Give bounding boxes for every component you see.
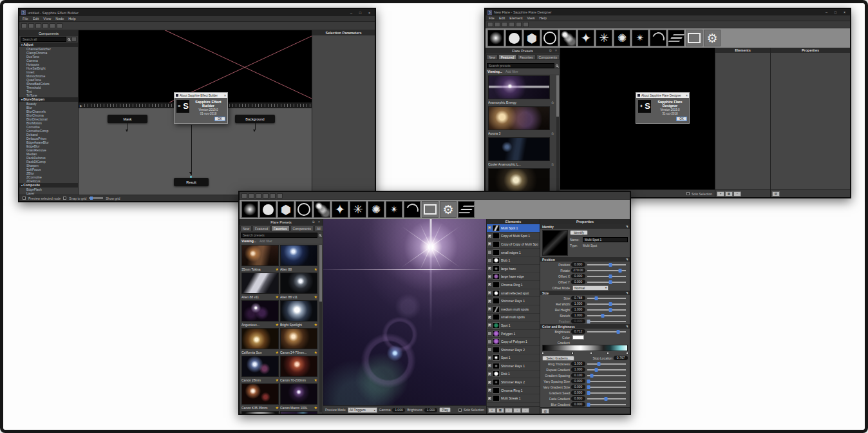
save-icon[interactable] (42, 23, 48, 28)
property-slider[interactable] (587, 392, 626, 394)
scrollbar[interactable] (556, 75, 559, 196)
element-row[interactable]: small multi spots (487, 314, 540, 322)
element-visibility-checkbox[interactable] (488, 267, 491, 270)
preset-thumbnail[interactable] (280, 356, 317, 377)
property-value[interactable]: 1.000 (571, 307, 585, 312)
snap-to-grid-checkbox[interactable] (63, 197, 66, 200)
gradient-stop-handle[interactable] (590, 352, 592, 354)
element-row[interactable]: Shimmer Rays 2 (487, 346, 540, 354)
preset-item[interactable]: Canon 24-70mm... ★ (280, 328, 317, 355)
element-row[interactable]: Disk 1 (487, 370, 540, 379)
property-slider[interactable] (587, 398, 626, 399)
view-toggle-icon[interactable] (71, 37, 77, 42)
preset-thumbnail[interactable] (488, 168, 550, 192)
menu-item[interactable]: Help (68, 17, 75, 21)
menu-item[interactable]: Element (509, 16, 522, 20)
favorite-star-icon[interactable]: ★ (314, 350, 317, 354)
element-row[interactable]: medium multi spots (487, 305, 540, 314)
element-visibility-checkbox[interactable] (488, 389, 491, 392)
component-item[interactable]: Composite (19, 183, 78, 188)
identity-section-header[interactable]: Identity (540, 224, 630, 229)
property-value[interactable]: 0.000 (571, 280, 585, 284)
property-slider[interactable] (587, 375, 626, 376)
element-visibility-checkbox[interactable] (488, 226, 491, 229)
element-visibility-checkbox[interactable] (488, 259, 491, 262)
preset-item[interactable]: Aurora 3 ☆ (488, 106, 554, 136)
panel-options-icon[interactable]: ▧ (772, 191, 780, 197)
preset-thumbnail[interactable] (241, 411, 279, 414)
element-visibility-checkbox[interactable] (488, 235, 491, 238)
circle-element-icon[interactable] (259, 201, 276, 218)
component-item[interactable]: Adjust (19, 43, 78, 47)
preset-thumbnail[interactable] (280, 300, 317, 322)
element-visibility-checkbox[interactable] (488, 242, 491, 245)
preset-tab[interactable]: New (486, 54, 498, 60)
element-visibility-checkbox[interactable] (488, 283, 491, 286)
delete-element-icon[interactable]: − (522, 408, 529, 413)
favorite-star-icon[interactable]: ★ (314, 378, 317, 382)
property-slider[interactable] (587, 270, 626, 271)
import-icon[interactable] (256, 193, 261, 198)
element-visibility-checkbox[interactable] (488, 356, 491, 360)
preset-item[interactable]: Canon Macro 100L ★ (280, 383, 317, 410)
settings-gear-icon[interactable] (440, 201, 457, 218)
property-value[interactable]: 270.00 (571, 268, 585, 273)
flare-preview[interactable] (323, 219, 486, 405)
search-presets-input[interactable]: Search presets (241, 233, 317, 238)
preset-item[interactable]: ★ (280, 411, 317, 414)
preset-item[interactable]: Canon 70-200mm ★ (280, 356, 317, 383)
preset-tab[interactable]: Components (290, 226, 314, 231)
favorite-star-icon[interactable]: ★ (314, 294, 317, 299)
save-icon[interactable] (263, 193, 269, 198)
close-button[interactable]: × (841, 10, 848, 14)
preset-tab[interactable]: Favorites (517, 54, 536, 60)
preset-thumbnail[interactable] (280, 328, 317, 349)
rays-element-icon[interactable] (350, 201, 366, 218)
menu-item[interactable]: Node (55, 17, 64, 21)
glow-element-icon[interactable] (487, 30, 504, 46)
gamma-value[interactable]: 1.000 (392, 408, 405, 412)
gradient-bar[interactable] (542, 345, 628, 351)
add-element-icon[interactable]: + (717, 191, 724, 197)
panel-options-icon[interactable]: ▧ (542, 409, 549, 414)
property-value[interactable]: 0.788 (571, 296, 585, 300)
open-file-icon[interactable] (495, 22, 500, 27)
delete-element-icon[interactable]: − (733, 191, 741, 197)
preset-thumbnail[interactable] (280, 383, 317, 405)
new-file-icon[interactable] (21, 23, 27, 28)
preset-item[interactable]: Alien 88 ★ (280, 245, 317, 272)
preview-mode-dropdown[interactable]: All Triggers (348, 407, 377, 413)
property-value[interactable]: 0.800 (571, 396, 585, 401)
property-slider[interactable] (587, 404, 626, 405)
panel-dock-close-icons[interactable]: ⧉ × (312, 220, 321, 224)
preset-item[interactable]: Anamorphic Energy ☆ (488, 75, 554, 105)
multi-spot-element-icon[interactable] (560, 30, 576, 46)
sparkle-element-icon[interactable] (632, 30, 648, 46)
settings-gear-icon[interactable] (704, 30, 721, 46)
favorite-star-icon[interactable]: ★ (314, 322, 317, 327)
property-slider[interactable] (587, 282, 626, 283)
color-brightness-section-header[interactable]: Color and Brightness (540, 324, 630, 329)
menu-item[interactable]: File (23, 17, 28, 21)
favorite-star-icon[interactable]: ★ (314, 267, 317, 271)
preset-thumbnail[interactable] (241, 273, 279, 294)
redo-icon[interactable] (277, 193, 283, 198)
element-row[interactable]: small reflected spot (487, 289, 540, 298)
render-frame-icon[interactable] (422, 201, 439, 218)
position-section-header[interactable]: Position (540, 257, 630, 262)
play-icon[interactable]: ▶ (80, 104, 82, 108)
preset-item[interactable]: Alien 88 v11 ★ (241, 273, 279, 300)
property-value[interactable]: 1.000 (571, 367, 585, 372)
property-slider[interactable] (587, 303, 626, 305)
element-visibility-checkbox[interactable] (488, 364, 491, 367)
preset-item[interactable]: Bright Spotlight ★ (280, 300, 317, 327)
property-slider[interactable] (587, 276, 626, 277)
panel-dock-close-icons[interactable]: ⧉ × (549, 48, 558, 53)
element-visibility-checkbox[interactable] (488, 307, 491, 311)
menu-item[interactable]: View (527, 16, 535, 20)
import-icon[interactable] (502, 22, 507, 27)
preset-item[interactable]: 35mm Tokina ★ (241, 245, 279, 272)
gradient-stop-handle[interactable] (607, 352, 609, 354)
element-row[interactable]: Multi Streak 1 (487, 394, 540, 403)
favorite-star-icon[interactable]: ★ (276, 378, 279, 382)
